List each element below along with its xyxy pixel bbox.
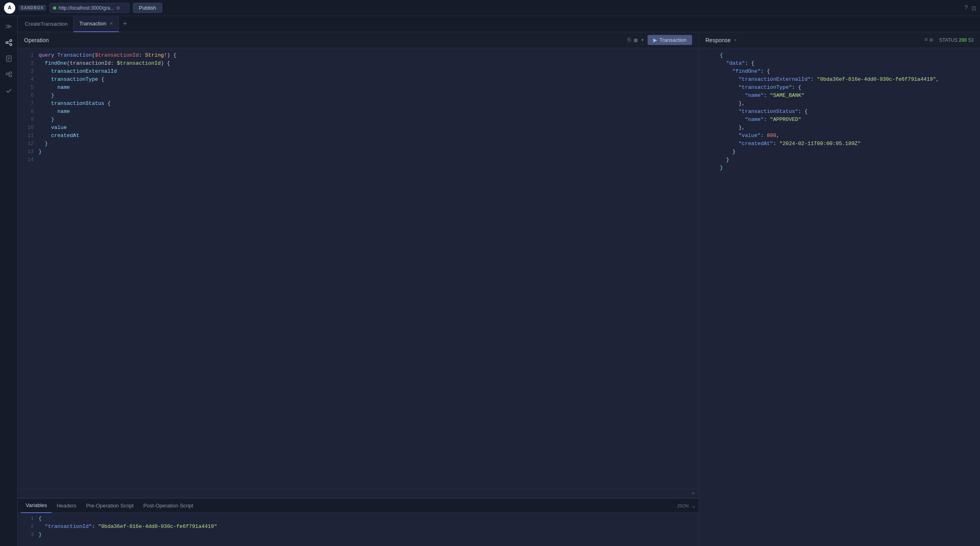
svg-line-13 xyxy=(8,74,9,76)
topbar-right: ? ◫ xyxy=(964,4,976,12)
operation-title: Operation xyxy=(24,37,628,43)
help-icon[interactable]: ? xyxy=(964,4,968,12)
tab-label-create-transaction: CreateTransaction xyxy=(25,21,67,27)
svg-line-12 xyxy=(8,73,9,74)
svg-point-1 xyxy=(10,40,12,42)
run-button[interactable]: ▶ Transaction xyxy=(648,35,692,45)
tab-variables[interactable]: Variables xyxy=(21,499,52,513)
chevron-left-icon: ≫ xyxy=(5,22,12,31)
var-line-1: 1 { xyxy=(18,515,699,524)
resp-line-1: { xyxy=(699,52,980,60)
view-icons: ≡ ⊞ xyxy=(925,37,933,43)
collapse-icon[interactable]: ⌄ xyxy=(692,502,695,509)
code-line-8: 8 name xyxy=(18,108,699,117)
response-panel: Response ▾ ≡ ⊞ STATUS 200 53 xyxy=(699,32,980,546)
list-view-icon[interactable]: ≡ xyxy=(925,37,928,43)
resp-line-12: "createdAt": "2024-02-11T00:00:05.189Z" xyxy=(699,141,980,149)
panel-actions: ⎘ ▦ ▾ ▶ Transaction xyxy=(628,35,692,45)
svg-rect-11 xyxy=(9,75,12,77)
topbar: A SANDBOX http://localhost:3000/gra... ⚙… xyxy=(0,0,980,16)
code-editor[interactable]: 1 query Transaction($transactionId: Stri… xyxy=(18,48,699,489)
schema-icon xyxy=(5,71,12,78)
publish-button[interactable]: Publish xyxy=(133,3,162,13)
code-line-4: 4 transactionType { xyxy=(18,76,699,84)
play-icon: ▶ xyxy=(653,37,657,43)
pages-icon xyxy=(5,55,12,62)
var-line-3: 3 } xyxy=(18,532,699,540)
status-time: 53 xyxy=(968,37,974,43)
graph-icon xyxy=(5,39,12,46)
status-label: STATUS 200 53 xyxy=(939,37,974,43)
response-chevron-icon[interactable]: ▾ xyxy=(734,38,736,43)
resp-line-6: "name": "SAME_BANK" xyxy=(699,92,980,100)
keyboard-hint: ⌨ xyxy=(18,489,699,498)
var-line-2: 2 "transactionId": "0bda36ef-816e-4dd0-9… xyxy=(18,524,699,532)
status-label-text: STATUS xyxy=(939,37,958,43)
code-line-6: 6 } xyxy=(18,92,699,100)
tab-post-operation-label: Post-Operation Script xyxy=(143,503,193,509)
resp-line-13: } xyxy=(699,149,980,157)
view-toggle-icon[interactable]: ▦ ▾ xyxy=(634,37,644,43)
copy-icon[interactable]: ⎘ xyxy=(628,37,631,43)
code-line-5: 5 name xyxy=(18,84,699,92)
resp-line-3: "findOne": { xyxy=(699,68,980,76)
tab-headers[interactable]: Headers xyxy=(52,499,81,513)
operation-header: Operation ⎘ ▦ ▾ ▶ Transaction xyxy=(18,32,699,48)
svg-point-2 xyxy=(10,44,12,46)
tab-pre-operation-label: Pre-Operation Script xyxy=(86,503,134,509)
resp-line-8: "transactionStatus": { xyxy=(699,108,980,117)
resp-line-9: "name": "APPROVED" xyxy=(699,117,980,125)
operation-panel: Operation ⎘ ▦ ▾ ▶ Transaction 1 query xyxy=(18,32,699,546)
logo: A xyxy=(4,2,15,14)
status-code: 200 xyxy=(959,37,967,43)
resp-line-15: } xyxy=(699,165,980,173)
sandbox-badge: SANDBOX xyxy=(18,5,46,11)
main-layout: ≫ xyxy=(0,16,980,546)
svg-rect-9 xyxy=(6,73,8,75)
code-line-10: 10 value xyxy=(18,125,699,133)
tab-label-transaction: Transaction xyxy=(79,20,106,27)
tab-add-button[interactable]: + xyxy=(119,16,131,32)
url-text: http://localhost:3000/gra... xyxy=(59,5,114,11)
resp-line-14: } xyxy=(699,157,980,165)
split-panel: Operation ⎘ ▦ ▾ ▶ Transaction 1 query xyxy=(18,32,980,546)
tab-create-transaction[interactable]: CreateTransaction xyxy=(19,16,73,32)
resp-line-4: "transactionExternalId": "0bda36ef-816e-… xyxy=(699,76,980,84)
sidebar-icon-pages[interactable] xyxy=(2,51,16,66)
resp-line-7: }, xyxy=(699,100,980,108)
notifications-icon[interactable]: ◫ xyxy=(972,4,976,12)
response-body: { "data": { "findOne": { "transactionExt… xyxy=(699,48,980,546)
tab-variables-label: Variables xyxy=(26,502,47,508)
bottom-tabs: Variables Headers Pre-Operation Script P… xyxy=(18,499,699,513)
tab-close-icon[interactable]: ✕ xyxy=(110,21,113,26)
tab-transaction[interactable]: Transaction ✕ xyxy=(73,16,118,32)
variables-code-editor[interactable]: 1 { 2 "transactionId": "0bda36ef-816e-4d… xyxy=(18,513,699,546)
bottom-tab-actions: JSON ⌄ xyxy=(677,502,695,509)
response-header: Response ▾ ≡ ⊞ STATUS 200 53 xyxy=(699,32,980,48)
code-line-14: 14 xyxy=(18,157,699,165)
run-button-label: Transaction xyxy=(660,37,687,43)
response-title: Response xyxy=(705,37,731,43)
resp-line-11: "value": 800, xyxy=(699,133,980,141)
sidebar-icon-schema[interactable] xyxy=(2,67,16,82)
svg-rect-10 xyxy=(9,72,12,74)
grid-view-icon[interactable]: ⊞ xyxy=(929,37,933,43)
sidebar-collapse-button[interactable]: ≫ xyxy=(2,19,16,34)
settings-icon[interactable]: ⚙ xyxy=(116,4,120,11)
tab-headers-label: Headers xyxy=(57,503,76,509)
svg-point-0 xyxy=(6,42,8,44)
sidebar-icon-check[interactable] xyxy=(2,84,16,98)
code-line-2: 2 findOne(transactionId: $transactionId)… xyxy=(18,60,699,68)
server-status-dot xyxy=(53,6,56,10)
svg-line-4 xyxy=(8,43,10,44)
tab-post-operation-script[interactable]: Post-Operation Script xyxy=(139,499,198,513)
url-bar[interactable]: http://localhost:3000/gra... ⚙ xyxy=(49,3,130,13)
variables-panel: Variables Headers Pre-Operation Script P… xyxy=(18,498,699,546)
code-line-9: 9 } xyxy=(18,117,699,125)
svg-line-3 xyxy=(8,41,10,42)
check-icon xyxy=(5,87,12,94)
tabs-bar: CreateTransaction Transaction ✕ + xyxy=(18,16,980,32)
tab-pre-operation-script[interactable]: Pre-Operation Script xyxy=(81,499,139,513)
sidebar-icon-graph[interactable] xyxy=(2,35,16,50)
code-line-13: 13 } xyxy=(18,149,699,157)
